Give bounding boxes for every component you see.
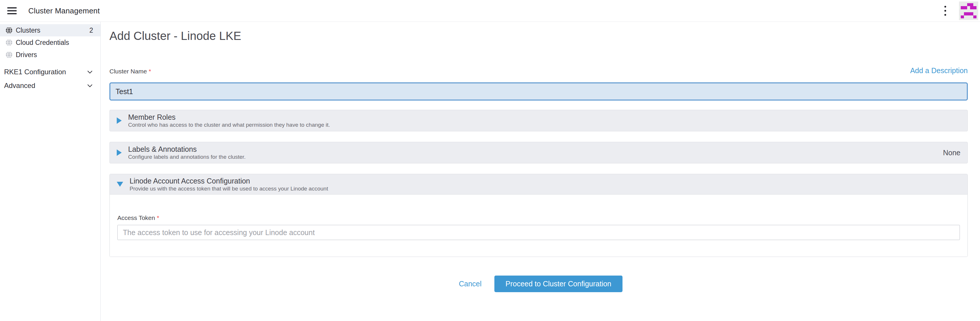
required-asterisk: * bbox=[148, 68, 151, 74]
globe-icon bbox=[5, 39, 13, 46]
section-labels-annotations[interactable]: Labels & Annotations Configure labels an… bbox=[110, 142, 968, 163]
access-token-input[interactable] bbox=[117, 225, 960, 240]
sidebar-group-advanced[interactable]: Advanced bbox=[0, 79, 100, 92]
triangle-right-icon bbox=[117, 117, 122, 124]
section-subtitle: Control who has access to the cluster an… bbox=[128, 122, 330, 128]
cluster-name-row: Cluster Name* Add a Description bbox=[110, 66, 968, 75]
section-linode-access-body: Access Token* bbox=[110, 194, 967, 257]
chevron-down-icon bbox=[86, 82, 93, 89]
sidebar-item-clusters[interactable]: Clusters 2 bbox=[0, 24, 100, 36]
labels-summary-value: None bbox=[943, 149, 961, 157]
section-linode-access-header[interactable]: Linode Account Access Configuration Prov… bbox=[110, 174, 967, 194]
sidebar-item-cloud-credentials[interactable]: Cloud Credentials bbox=[0, 36, 100, 49]
section-title: Member Roles bbox=[128, 113, 330, 121]
user-avatar[interactable] bbox=[959, 2, 978, 20]
access-token-label: Access Token* bbox=[117, 214, 159, 221]
triangle-down-icon bbox=[117, 182, 123, 187]
sidebar-item-drivers[interactable]: Drivers bbox=[0, 49, 100, 61]
sidebar-group-label: Advanced bbox=[4, 82, 35, 90]
sidebar-group-rke1-configuration[interactable]: RKE1 Configuration bbox=[0, 65, 100, 79]
section-member-roles[interactable]: Member Roles Control who has access to t… bbox=[110, 110, 968, 131]
globe-icon bbox=[5, 51, 13, 59]
footer-actions: Cancel Proceed to Cluster Configuration bbox=[110, 275, 968, 292]
page-body: Clusters 2 Cloud Credentials Drivers RKE… bbox=[0, 22, 980, 321]
proceed-to-cluster-configuration-button[interactable]: Proceed to Cluster Configuration bbox=[495, 275, 622, 292]
section-linode-access: Linode Account Access Configuration Prov… bbox=[110, 174, 968, 257]
chevron-down-icon bbox=[86, 68, 93, 76]
main-content: Add Cluster - Linode LKE Cluster Name* A… bbox=[101, 22, 980, 321]
section-subtitle: Configure labels and annotations for the… bbox=[128, 154, 245, 160]
section-text: Member Roles Control who has access to t… bbox=[128, 113, 330, 128]
cluster-name-input[interactable] bbox=[110, 82, 968, 101]
cluster-name-label-text: Cluster Name bbox=[110, 68, 147, 74]
sidebar-item-label: Clusters bbox=[16, 27, 40, 34]
section-text: Labels & Annotations Configure labels an… bbox=[128, 145, 245, 160]
required-asterisk: * bbox=[157, 214, 159, 221]
cluster-name-label: Cluster Name* bbox=[110, 68, 151, 75]
access-token-label-text: Access Token bbox=[117, 214, 155, 221]
sidebar: Clusters 2 Cloud Credentials Drivers RKE… bbox=[0, 22, 101, 321]
section-title: Linode Account Access Configuration bbox=[130, 177, 328, 185]
section-title: Labels & Annotations bbox=[128, 145, 245, 153]
sidebar-item-label: Cloud Credentials bbox=[16, 39, 69, 47]
sidebar-group-label: RKE1 Configuration bbox=[4, 68, 66, 76]
top-header: Cluster Management bbox=[0, 0, 980, 22]
hamburger-menu-icon[interactable] bbox=[7, 7, 17, 14]
clusters-count-badge: 2 bbox=[89, 27, 93, 34]
sidebar-item-label: Drivers bbox=[16, 51, 37, 59]
globe-icon bbox=[5, 27, 13, 34]
page-heading: Add Cluster - Linode LKE bbox=[110, 29, 968, 43]
sidebar-groups: RKE1 Configuration Advanced bbox=[0, 65, 100, 92]
add-description-link[interactable]: Add a Description bbox=[910, 66, 968, 75]
section-subtitle: Provide us with the access token that wi… bbox=[130, 185, 328, 192]
kebab-menu-icon[interactable] bbox=[943, 4, 948, 17]
section-text: Linode Account Access Configuration Prov… bbox=[130, 177, 328, 192]
cancel-button[interactable]: Cancel bbox=[455, 280, 485, 288]
triangle-right-icon bbox=[117, 149, 122, 156]
app-window: Cluster Management Clusters 2 Cloud Cred… bbox=[0, 0, 980, 321]
page-title: Cluster Management bbox=[28, 6, 100, 16]
